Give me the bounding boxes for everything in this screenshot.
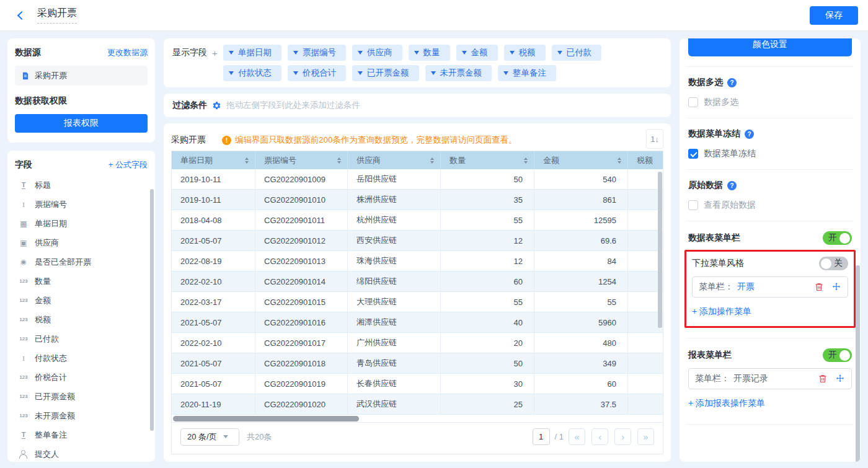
field-item[interactable]: 数量 (15, 272, 148, 291)
column-header[interactable]: 供应商 (348, 151, 441, 169)
dropdown-style-toggle[interactable]: 关 (819, 257, 848, 270)
pagination-nav-button[interactable]: » (637, 428, 654, 445)
cell-amount: 37.5 (534, 394, 628, 414)
page-number-input[interactable]: 1 (533, 428, 550, 445)
column-header[interactable]: 税额 (628, 151, 663, 169)
display-fields-label: 显示字段 (172, 47, 207, 58)
horizontal-scrollbar[interactable] (173, 416, 359, 422)
table-header-row: 单据日期 票据编号 供应商 数量 金额 税额 (172, 151, 663, 169)
add-formula-field-link[interactable]: + 公式字段 (108, 159, 148, 170)
field-item[interactable]: 付款状态 (15, 348, 148, 368)
main-panel: 显示字段 + 单据日期 票据编号 供应商 数量 金额 税额 已付款 (164, 38, 671, 462)
trash-icon[interactable] (814, 282, 824, 292)
display-field-chip[interactable]: 价税合计 (288, 65, 346, 81)
raw-data-checkbox[interactable] (688, 200, 698, 210)
table-menu-item[interactable]: 菜单栏： 开票 (692, 276, 848, 298)
table-row[interactable]: 2022-03-17 CG20220901015 大理供应链 55 55 (172, 292, 663, 312)
move-icon[interactable] (831, 282, 841, 292)
report-menu-item[interactable]: 菜单栏： 开票记录 (688, 368, 852, 389)
field-item[interactable]: 标题 (15, 175, 148, 195)
table-row[interactable]: 2021-05-07 CG20220901012 西安供应链 12 69.6 (172, 231, 663, 251)
report-menu-toggle[interactable]: 开 (823, 348, 852, 362)
column-header[interactable]: 金额 (534, 151, 628, 169)
field-item[interactable]: 金额 (15, 291, 148, 310)
sort-order-button[interactable]: 1↓ (646, 129, 663, 149)
display-field-chip[interactable]: 单据日期 (223, 45, 281, 61)
field-item[interactable]: 整单备注 (15, 425, 148, 444)
datasource-item[interactable]: 采购开票 (15, 66, 148, 86)
column-header[interactable]: 数量 (441, 151, 534, 169)
field-item[interactable]: 已开票金额 (15, 387, 148, 406)
help-icon[interactable]: ? (745, 130, 754, 139)
table-vertical-scrollbar[interactable] (658, 172, 662, 328)
display-field-chip[interactable]: 整单备注 (498, 65, 556, 81)
page-size-select[interactable]: 20 条/页 (180, 428, 239, 446)
table-row[interactable]: 2022-08-19 CG20220901013 珠海供应链 12 84 (172, 251, 663, 272)
add-action-menu-link[interactable]: + 添加操作菜单 (692, 306, 848, 317)
field-item[interactable]: 提交人 (15, 444, 148, 462)
raw-data-label: 查看原始数据 (704, 200, 756, 211)
back-icon[interactable] (17, 11, 26, 19)
report-permission-button[interactable]: 报表权限 (15, 114, 148, 133)
table-row[interactable]: 2021-05-07 CG20220901016 湘潭供应链 40 5960 (172, 312, 663, 333)
gear-icon[interactable] (212, 101, 221, 110)
display-field-chip[interactable]: 付款状态 (223, 65, 281, 81)
table-row[interactable]: 2018-04-08 CG20220901011 杭州供应链 55 12595 (172, 210, 663, 231)
help-icon[interactable]: ? (727, 181, 737, 190)
table-menu-toggle[interactable]: 开 (823, 231, 852, 245)
add-display-field-button[interactable]: + (212, 48, 218, 58)
cell-tax (628, 333, 663, 353)
trash-icon[interactable] (818, 374, 828, 384)
help-icon[interactable]: ? (727, 78, 737, 87)
table-row[interactable]: 2019-10-11 CG20220901010 株洲供应链 35 861 (172, 190, 663, 210)
table-row[interactable]: 2019-10-11 CG20220901009 岳阳供应链 50 540 (172, 169, 663, 190)
table-row[interactable]: 2022-02-10 CG20220901017 广州供应链 20 480 (172, 333, 663, 353)
field-item[interactable]: 税额 (15, 310, 148, 329)
settings-card: 颜色设置 数据多选 ? 数据多选 数据菜单冻结 ? 数据菜单冻结 (680, 38, 861, 462)
display-field-chip[interactable]: 金额 (456, 45, 498, 61)
pagination-nav-button[interactable]: « (569, 428, 585, 445)
settings-scrollbar[interactable] (856, 265, 860, 462)
display-field-chip[interactable]: 未开票金额 (425, 65, 492, 81)
field-item-label: 未开票金额 (35, 410, 75, 422)
move-icon[interactable] (835, 374, 845, 384)
field-item[interactable]: 票据编号 (15, 195, 148, 214)
add-report-action-menu-link[interactable]: + 添加报表操作菜单 (688, 398, 852, 409)
column-header[interactable]: 票据编号 (255, 151, 348, 169)
display-field-chip[interactable]: 已开票金额 (352, 65, 419, 81)
table-row[interactable]: 2021-05-07 CG20220901019 长春供应链 30 60 (172, 374, 663, 394)
change-datasource-link[interactable]: 更改数据源 (107, 47, 148, 58)
multi-select-checkbox[interactable] (688, 97, 698, 107)
chevron-down-icon (414, 51, 419, 55)
display-field-chip[interactable]: 已付款 (552, 45, 602, 61)
color-settings-button[interactable]: 颜色设置 (688, 38, 852, 56)
cell-doc-date: 2022-02-10 (172, 272, 255, 291)
table-row[interactable]: 2022-02-10 CG20220901014 绵阳供应链 60 1254 (172, 272, 663, 292)
chip-label: 已付款 (567, 47, 592, 58)
field-item[interactable]: 是否已全部开票 (15, 252, 148, 272)
radio-icon (17, 257, 30, 267)
cell-doc-date: 2022-08-19 (172, 251, 255, 271)
cell-doc-date: 2022-02-10 (172, 333, 255, 353)
body: 数据源 更改数据源 采购开票 数据获取权限 报表权限 字段 + 公式字段 标题 (0, 31, 868, 468)
pagination-nav-button[interactable]: › (614, 428, 631, 445)
display-field-chip[interactable]: 税额 (504, 45, 546, 61)
table-row[interactable]: 2020-11-19 CG20220901020 武汉供应链 25 37.5 (172, 394, 663, 415)
display-field-chip[interactable]: 供应商 (352, 45, 402, 61)
save-button[interactable]: 保存 (810, 6, 858, 25)
cell-ticket-no: CG20220901012 (255, 231, 348, 250)
table-row[interactable]: 2021-05-07 CG20220901018 青岛供应链 50 349 (172, 353, 663, 374)
field-item[interactable]: 已付款 (15, 329, 148, 348)
pagination-nav-button[interactable]: ‹ (591, 428, 608, 445)
display-field-chip[interactable]: 票据编号 (288, 45, 346, 61)
menu-freeze-checkbox[interactable] (688, 149, 698, 159)
field-item[interactable]: 单据日期 (15, 214, 148, 233)
field-item[interactable]: 未开票金额 (15, 406, 148, 425)
fields-scrollbar[interactable] (150, 189, 154, 431)
field-item[interactable]: 供应商 (15, 233, 148, 252)
display-field-chip[interactable]: 数量 (409, 45, 450, 61)
field-item[interactable]: 价税合计 (15, 368, 148, 387)
field-item-label: 票据编号 (35, 199, 67, 210)
cell-ticket-no: CG20220901009 (255, 169, 348, 189)
column-header[interactable]: 单据日期 (172, 151, 255, 169)
